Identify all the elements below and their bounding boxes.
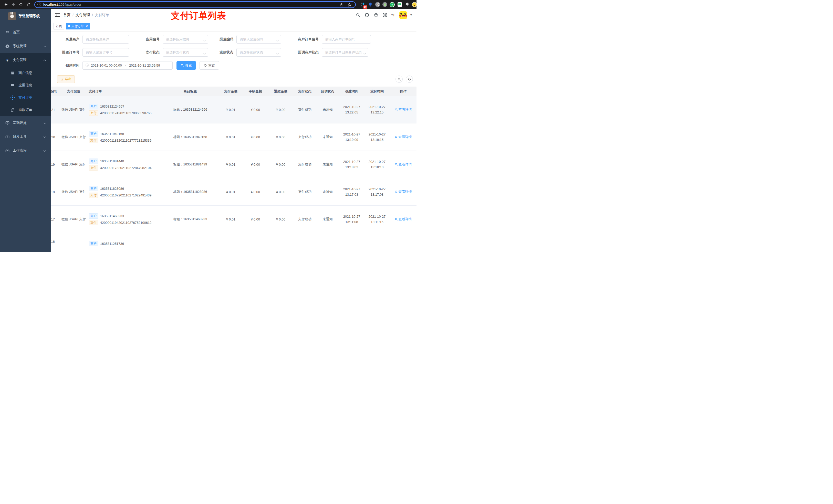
order-number: 1635312124657 bbox=[100, 104, 124, 108]
order-number: 1635311468233 bbox=[100, 214, 124, 218]
col-refund: 退款金额 bbox=[268, 89, 293, 94]
table-row: 121微信 JSAPI 支付商户1635312124657支付420000117… bbox=[51, 96, 416, 123]
tab-pay-order[interactable]: 支付订单 ✕ bbox=[66, 23, 90, 29]
site-info-icon[interactable]: i bbox=[38, 3, 41, 6]
cell-title: 标题：1635311949168 bbox=[161, 135, 219, 139]
cell-amount: ¥ 0.01 bbox=[219, 135, 243, 139]
sidebar-item-infra[interactable]: 基础设施 bbox=[0, 116, 51, 130]
reset-button[interactable]: 重置 bbox=[199, 61, 219, 70]
table-row: 116商户1635311251736 bbox=[51, 233, 416, 252]
sidebar-fold-icon[interactable] bbox=[55, 13, 60, 17]
order-number: 4200001194202110276752100612 bbox=[100, 221, 152, 224]
extension-emoji-icon[interactable] bbox=[412, 2, 416, 7]
cell-channel: 微信 JSAPI 支付 bbox=[60, 135, 87, 139]
merchant-order-no-input[interactable] bbox=[322, 35, 371, 44]
extension-kite-icon[interactable] bbox=[368, 2, 373, 7]
cell-title: 标题：1635312124656 bbox=[161, 107, 219, 112]
refund-status-select[interactable] bbox=[236, 48, 281, 56]
breadcrumb-home[interactable]: 首页 bbox=[63, 13, 70, 18]
cell-action: 查看详情 bbox=[389, 217, 416, 221]
channel-code-select[interactable] bbox=[236, 35, 281, 44]
extension-dot-icon[interactable] bbox=[382, 2, 387, 7]
cell-pay-order: 商户1635311949168支付42000011812021102777232… bbox=[87, 130, 161, 144]
refresh-button[interactable] bbox=[406, 75, 413, 83]
sidebar-item-label: 首页 bbox=[13, 30, 46, 34]
extension-diamond-icon[interactable]: 10 bbox=[360, 2, 365, 7]
cell-amount: ¥ 0.01 bbox=[219, 163, 243, 166]
channel-order-no-input[interactable] bbox=[82, 48, 129, 56]
extension-puzzle-icon[interactable] bbox=[404, 2, 410, 7]
sidebar-item-pay-order[interactable]: ¥ 支付订单 bbox=[0, 91, 51, 104]
sidebar-item-system[interactable]: 系统管理 bbox=[0, 39, 51, 53]
forward-icon[interactable] bbox=[10, 2, 16, 8]
avatar-caret-icon[interactable]: ▼ bbox=[410, 14, 412, 16]
order-number: 1635311949168 bbox=[100, 132, 124, 136]
sidebar-item-merchant[interactable]: 商户信息 bbox=[0, 67, 51, 79]
pay-tag: 支付 bbox=[89, 193, 98, 198]
share-icon[interactable] bbox=[338, 2, 344, 8]
date-range-input[interactable]: 2021-10-01 00:00:00 - 2021-10-31 23:59:5… bbox=[82, 61, 173, 70]
order-number: 1635311823086 bbox=[100, 187, 124, 191]
extension-badge: 10 bbox=[363, 5, 367, 9]
table-header: 编号支付渠道支付订单商品标题支付金额手续金额退款金额支付状态回调状态创建时间支付… bbox=[51, 87, 416, 96]
view-details-link[interactable]: 查看详情 bbox=[395, 107, 412, 112]
cell-fee: ¥ 0.00 bbox=[243, 190, 268, 194]
order-number: 4200001174202110278060590766 bbox=[100, 111, 152, 115]
export-button[interactable]: 导出 bbox=[57, 75, 75, 83]
view-details-link[interactable]: 查看详情 bbox=[395, 162, 412, 167]
sidebar-item-pay[interactable]: ¥ 支付管理 bbox=[0, 53, 51, 67]
app-title: 芋道管理系统 bbox=[19, 14, 40, 19]
sidebar-item-refund-order[interactable]: 退款订单 bbox=[0, 104, 51, 116]
fullscreen-icon[interactable] bbox=[383, 13, 387, 17]
sidebar-item-workflow[interactable]: 工作流程 bbox=[0, 144, 51, 158]
orders-table: 编号支付渠道支付订单商品标题支付金额手续金额退款金额支付状态回调状态创建时间支付… bbox=[51, 87, 416, 252]
app-select[interactable] bbox=[163, 35, 208, 44]
pay-tag: 支付 bbox=[89, 165, 98, 171]
extension-chat-icon[interactable] bbox=[397, 2, 402, 7]
cell-paid: 2021-10-2713:18:10 bbox=[364, 159, 389, 170]
search-button[interactable]: 搜索 bbox=[176, 61, 196, 70]
field-label: 创建时间 bbox=[53, 63, 82, 68]
bookmark-star-icon[interactable] bbox=[347, 2, 353, 8]
view-details-link[interactable]: 查看详情 bbox=[395, 190, 412, 194]
cell-channel bbox=[60, 233, 87, 240]
cell-fee bbox=[243, 233, 268, 240]
extension-command-icon[interactable]: ⌘ bbox=[375, 2, 380, 7]
sidebar-item-app[interactable]: 应用信息 bbox=[0, 79, 51, 91]
search-icon[interactable] bbox=[356, 13, 360, 17]
merchant-input[interactable] bbox=[82, 35, 129, 44]
logo-image bbox=[8, 12, 16, 20]
avatar[interactable] bbox=[399, 11, 407, 19]
cell-status: 支付成功 bbox=[293, 107, 316, 112]
font-size-icon[interactable]: тT bbox=[391, 13, 395, 17]
notify-status-select[interactable] bbox=[322, 48, 368, 56]
sidebar-item-label: 退款订单 bbox=[19, 107, 32, 112]
toggle-search-button[interactable] bbox=[396, 75, 403, 83]
view-details-link[interactable]: 查看详情 bbox=[395, 217, 412, 221]
home-icon[interactable] bbox=[26, 2, 32, 8]
back-icon[interactable] bbox=[3, 2, 9, 8]
col-paid: 支付时间 bbox=[364, 89, 389, 94]
breadcrumb-pay[interactable]: 支付管理 bbox=[76, 13, 90, 18]
col-status: 支付状态 bbox=[293, 89, 316, 94]
merchant-tag: 商户 bbox=[89, 159, 98, 164]
cell-id: 118 bbox=[51, 190, 60, 194]
help-icon[interactable] bbox=[374, 13, 378, 18]
sidebar-item-home[interactable]: 首页 bbox=[0, 25, 51, 39]
tab-home[interactable]: 首页 bbox=[53, 23, 64, 29]
pay-status-select[interactable] bbox=[163, 48, 208, 56]
col-pay-order: 支付订单 bbox=[87, 89, 161, 94]
sidebar-item-dev-tools[interactable]: 研发工具 bbox=[0, 130, 51, 144]
view-details-link[interactable]: 查看详情 bbox=[395, 135, 412, 139]
reload-icon[interactable] bbox=[18, 2, 24, 8]
github-icon[interactable] bbox=[364, 13, 370, 18]
chevron-down-icon bbox=[43, 44, 46, 48]
cell-notify: 未通知 bbox=[316, 217, 339, 221]
cell-id: 121 bbox=[51, 108, 60, 112]
address-bar[interactable]: i localhost:1024/pay/order bbox=[34, 1, 356, 8]
close-icon[interactable]: ✕ bbox=[86, 25, 88, 28]
app-logo: 芋道管理系统 bbox=[0, 9, 51, 23]
date-end: 2021-10-31 23:59:59 bbox=[129, 64, 160, 67]
merchant-tag: 商户 bbox=[89, 213, 98, 219]
extension-y-icon[interactable]: y bbox=[389, 2, 395, 7]
